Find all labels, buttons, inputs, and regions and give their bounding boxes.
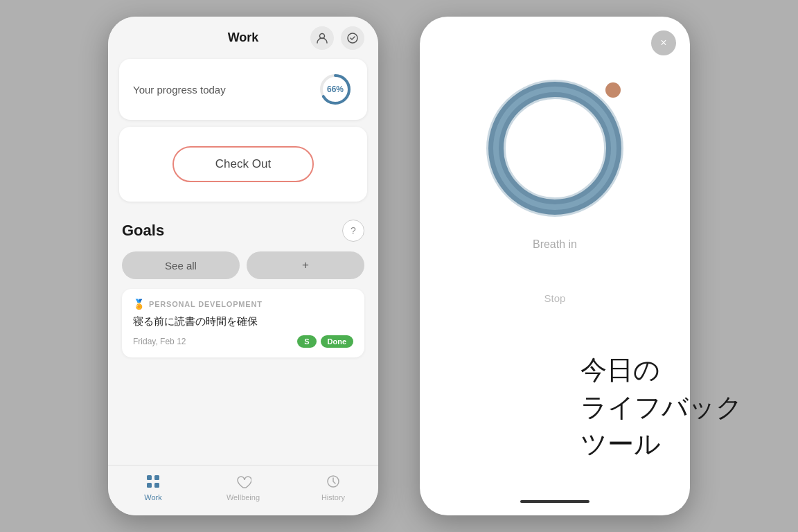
left-phone-panel: Work Your progress t: [108, 17, 378, 515]
goal-badges: S Done: [297, 335, 353, 348]
goal-text: 寝る前に読書の時間を確保: [133, 314, 353, 328]
history-nav-icon: [324, 472, 342, 490]
goals-section: Goals ? See all + 🏅 PERSONAL DEVELOPMENT…: [108, 209, 378, 363]
checkout-card: Check Out: [119, 127, 367, 202]
bottom-nav: Work Wellbeing History: [108, 465, 378, 515]
profile-icon: [316, 32, 328, 44]
nav-item-history[interactable]: History: [288, 472, 378, 502]
svg-point-11: [496, 89, 614, 207]
phone-content: Your progress today 66% Check Out Goals …: [108, 53, 378, 515]
profile-button[interactable]: [310, 26, 334, 50]
badge-done: Done: [321, 335, 354, 348]
nav-item-work[interactable]: Work: [108, 472, 198, 502]
breath-indicator-dot: [605, 82, 621, 98]
share-button[interactable]: [341, 26, 364, 50]
nav-label-work: Work: [144, 493, 161, 502]
nav-label-history: History: [321, 493, 345, 502]
share-icon: [346, 32, 359, 44]
goal-item: 🏅 PERSONAL DEVELOPMENT 寝る前に読書の時間を確保 Frid…: [122, 289, 364, 357]
add-goal-button[interactable]: +: [247, 251, 364, 279]
nav-item-wellbeing[interactable]: Wellbeing: [198, 472, 288, 502]
svg-rect-6: [147, 483, 152, 488]
goals-header: Goals ?: [122, 220, 364, 242]
page-title: Work: [228, 30, 259, 45]
breathing-panel: × Breath in Stop: [420, 17, 690, 515]
goal-category: 🏅 PERSONAL DEVELOPMENT: [133, 299, 353, 310]
svg-rect-5: [154, 475, 159, 480]
goal-footer: Friday, Feb 12 S Done: [133, 335, 353, 348]
goal-category-label: PERSONAL DEVELOPMENT: [149, 300, 263, 308]
see-all-button[interactable]: See all: [122, 251, 240, 279]
svg-rect-7: [154, 483, 159, 488]
phone-header: Work: [108, 17, 378, 53]
app-container: Work Your progress t: [0, 0, 798, 532]
progress-percent: 66%: [327, 85, 344, 94]
goal-date: Friday, Feb 12: [133, 337, 186, 346]
bottom-line: [520, 500, 589, 503]
header-icons: [310, 26, 364, 50]
checkout-button[interactable]: Check Out: [172, 146, 314, 182]
progress-card: Your progress today 66%: [119, 59, 367, 120]
goals-help-button[interactable]: ?: [342, 220, 364, 242]
progress-label: Your progress today: [133, 84, 226, 96]
goal-category-icon: 🏅: [133, 299, 145, 310]
badge-s: S: [297, 335, 316, 348]
progress-circle: 66%: [317, 71, 353, 107]
stop-label[interactable]: Stop: [544, 292, 566, 304]
close-button[interactable]: ×: [651, 30, 676, 55]
breath-in-label: Breath in: [533, 238, 577, 251]
breathing-ring-container: [479, 72, 631, 224]
svg-rect-4: [147, 475, 152, 480]
goals-actions: See all +: [122, 251, 364, 279]
goals-title: Goals: [122, 222, 164, 240]
nav-label-wellbeing: Wellbeing: [227, 493, 260, 502]
wellbeing-nav-icon: [234, 472, 252, 490]
work-nav-icon: [144, 472, 162, 490]
